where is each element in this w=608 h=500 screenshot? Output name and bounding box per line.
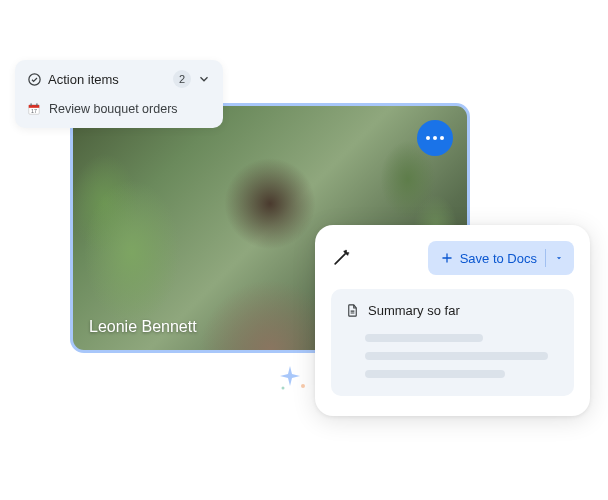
calendar-icon: 17 [27, 102, 41, 116]
svg-rect-3 [31, 103, 32, 106]
svg-point-7 [282, 387, 285, 390]
action-items-panel: Action items 2 17 Review bouquet orders [15, 60, 223, 128]
summary-title-row: Summary so far [345, 303, 560, 318]
plus-icon [440, 251, 454, 265]
document-icon [345, 303, 360, 318]
summary-card: Save to Docs Summary so far [315, 225, 590, 416]
button-divider [545, 249, 546, 267]
dropdown-caret-icon[interactable] [554, 253, 564, 263]
placeholder-line [365, 370, 505, 378]
action-items-title: Action items [48, 72, 167, 87]
action-items-count-badge: 2 [173, 70, 191, 88]
action-items-header[interactable]: Action items 2 [27, 70, 211, 96]
action-item[interactable]: 17 Review bouquet orders [27, 96, 211, 116]
save-to-docs-label: Save to Docs [460, 251, 537, 266]
save-to-docs-button[interactable]: Save to Docs [428, 241, 574, 275]
svg-point-0 [29, 73, 40, 84]
magic-wand-icon [331, 248, 351, 268]
summary-title: Summary so far [368, 303, 460, 318]
sparkle-icon [275, 358, 315, 398]
check-circle-icon [27, 72, 42, 87]
participant-name: Leonie Bennett [89, 318, 197, 336]
svg-text:17: 17 [31, 108, 37, 114]
summary-body: Summary so far [331, 289, 574, 396]
more-options-button[interactable] [417, 120, 453, 156]
summary-header: Save to Docs [331, 241, 574, 275]
svg-rect-4 [36, 103, 37, 106]
placeholder-line [365, 334, 483, 342]
svg-point-6 [301, 384, 305, 388]
chevron-down-icon[interactable] [197, 72, 211, 86]
placeholder-line [365, 352, 548, 360]
action-item-text: Review bouquet orders [49, 102, 178, 116]
